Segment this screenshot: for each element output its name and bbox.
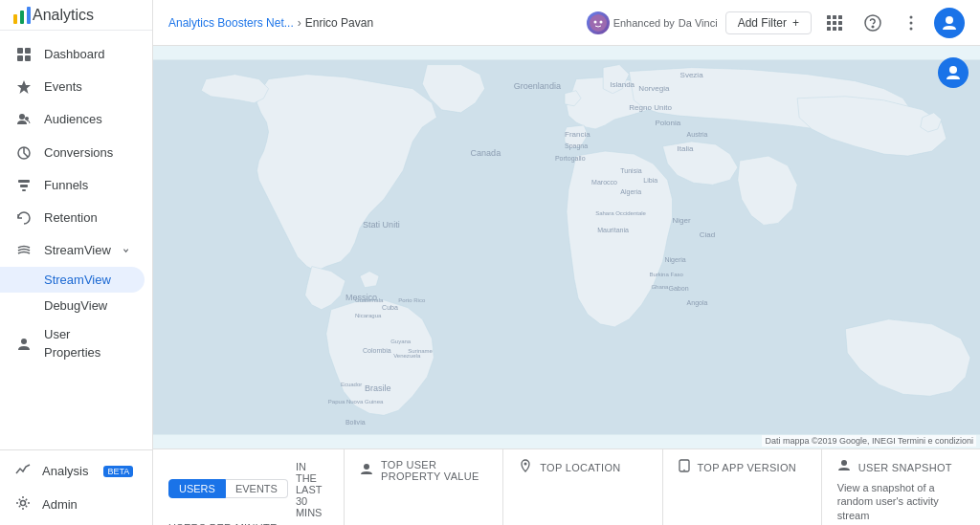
apps-button[interactable] xyxy=(819,8,850,38)
svg-rect-11 xyxy=(18,180,30,183)
sidebar-item-user-properties[interactable]: User Properties xyxy=(0,318,145,368)
top-bar-actions: Add Filter + xyxy=(725,11,812,34)
svg-rect-3 xyxy=(17,48,23,54)
admin-icon xyxy=(15,495,31,514)
user-snapshot-label: USER SNAPSHOT xyxy=(858,462,952,473)
account-icon xyxy=(941,14,958,32)
dashboard-label: Dashboard xyxy=(44,46,105,63)
svg-rect-2 xyxy=(27,7,31,24)
sidebar-item-dashboard[interactable]: Dashboard xyxy=(0,38,145,71)
person-icon xyxy=(360,463,373,479)
conversions-icon xyxy=(15,144,33,162)
analytics-logo xyxy=(11,5,33,26)
world-map: Groenlandia Islanda Svezia Norvegia Regn… xyxy=(153,46,980,448)
help-button[interactable] xyxy=(858,8,888,38)
svg-text:Svezia: Svezia xyxy=(680,71,704,79)
svg-text:Austria: Austria xyxy=(687,131,708,138)
sidebar-item-debugview-sub[interactable]: DebugView xyxy=(0,293,145,318)
users-events-tabs: USERS EVENTS xyxy=(168,479,288,498)
svg-point-31 xyxy=(910,21,913,24)
svg-point-18 xyxy=(599,20,602,23)
account-avatar-button[interactable] xyxy=(934,8,965,38)
user-snapshot-description: View a snapshot of a random user's activ… xyxy=(837,481,965,522)
apps-icon xyxy=(826,14,843,32)
svg-text:Ciad: Ciad xyxy=(700,230,716,239)
top-location-section: TOP LOCATION xyxy=(503,449,662,525)
svg-text:Brasile: Brasile xyxy=(365,383,391,393)
help-icon xyxy=(864,14,881,32)
svg-text:Canada: Canada xyxy=(471,148,502,158)
svg-rect-4 xyxy=(25,48,31,54)
svg-rect-0 xyxy=(13,14,17,24)
svg-rect-26 xyxy=(833,27,836,31)
debugview-sub-label: DebugView xyxy=(44,298,107,313)
svg-point-9 xyxy=(25,117,29,120)
admin-label: Admin xyxy=(42,497,78,512)
breadcrumb-link[interactable]: Analytics Boosters Net... xyxy=(168,16,294,30)
sidebar-header: Analytics xyxy=(0,0,152,31)
location-icon xyxy=(519,459,532,475)
user-properties-label: User Properties xyxy=(44,326,129,361)
sidebar-item-conversions[interactable]: Conversions xyxy=(0,137,145,169)
dashboard-icon xyxy=(15,46,33,63)
users-tab[interactable]: USERS xyxy=(168,479,226,498)
add-filter-label: Add Filter xyxy=(738,16,787,30)
svg-text:Nicaragua: Nicaragua xyxy=(355,313,382,318)
sidebar: Analytics Dashboard Events Audiences Con… xyxy=(0,0,153,525)
retention-label: Retention xyxy=(44,209,98,227)
svg-text:Libia: Libia xyxy=(643,177,657,184)
sidebar-item-streamview-parent[interactable]: StreamView xyxy=(0,234,145,267)
svg-text:Cuba: Cuba xyxy=(382,304,398,311)
analysis-label: Analysis xyxy=(42,464,88,478)
sidebar-item-streamview-sub[interactable]: StreamView xyxy=(0,267,145,293)
breadcrumb-current: Enrico Pavan xyxy=(305,16,373,30)
add-filter-plus-icon: + xyxy=(792,16,799,30)
add-filter-button[interactable]: Add Filter + xyxy=(725,11,812,34)
last-30-mins-label: IN THE LAST 30 MINS xyxy=(296,461,328,518)
svg-point-80 xyxy=(683,470,685,471)
svg-text:Francia: Francia xyxy=(565,130,590,139)
map-credit: Dati mappa ©2019 Google, INEGI Termini e… xyxy=(762,435,976,447)
sidebar-item-funnels[interactable]: Funnels xyxy=(0,169,145,202)
svg-text:Porto Rico: Porto Rico xyxy=(398,297,426,303)
svg-text:Regno Unito: Regno Unito xyxy=(629,103,672,112)
svg-text:Stati Uniti: Stati Uniti xyxy=(363,220,400,230)
svg-text:Bolivia: Bolivia xyxy=(345,419,366,426)
chevron-down-icon xyxy=(122,246,129,255)
svg-point-33 xyxy=(946,16,953,24)
enhanced-badge: Enhanced by Da Vinci xyxy=(587,11,718,34)
svg-rect-1 xyxy=(20,11,24,24)
sidebar-item-events[interactable]: Events xyxy=(0,71,145,103)
svg-text:Ghana: Ghana xyxy=(651,284,669,290)
svg-rect-23 xyxy=(833,21,836,25)
svg-rect-5 xyxy=(17,55,23,61)
svg-text:Gabon: Gabon xyxy=(668,285,688,292)
more-button[interactable] xyxy=(896,8,926,38)
user-location-icon xyxy=(945,64,962,81)
svg-text:Portogallo: Portogallo xyxy=(555,155,586,163)
svg-text:Spagna: Spagna xyxy=(565,142,588,150)
svg-rect-19 xyxy=(827,15,831,19)
streamview-icon xyxy=(15,242,33,259)
user-properties-icon xyxy=(15,336,33,353)
svg-point-17 xyxy=(593,20,596,23)
sidebar-footer: Analysis BETA Admin xyxy=(0,449,152,525)
sidebar-item-analysis[interactable]: Analysis BETA xyxy=(0,454,152,488)
user-icon-circle xyxy=(938,57,969,88)
phone-icon xyxy=(679,459,690,475)
breadcrumb: Analytics Boosters Net... › Enrico Pavan xyxy=(168,16,579,30)
svg-rect-22 xyxy=(827,21,831,25)
sidebar-item-retention[interactable]: Retention xyxy=(0,202,145,234)
events-tab[interactable]: EVENTS xyxy=(226,479,288,498)
enhanced-by-text: Enhanced by xyxy=(613,17,675,29)
sidebar-nav: Dashboard Events Audiences Conversions F… xyxy=(0,31,152,449)
bottom-bar: USERS EVENTS IN THE LAST 30 MINS USERS P… xyxy=(153,448,980,525)
main-content: Analytics Boosters Net... › Enrico Pavan… xyxy=(153,0,980,525)
retention-icon xyxy=(15,209,33,227)
sidebar-item-audiences[interactable]: Audiences xyxy=(0,103,145,136)
svg-text:Groenlandia: Groenlandia xyxy=(514,81,562,91)
users-events-header: USERS EVENTS IN THE LAST 30 MINS xyxy=(168,459,328,518)
sidebar-item-admin[interactable]: Admin xyxy=(0,488,152,521)
svg-text:Guatemala: Guatemala xyxy=(355,297,384,303)
svg-text:Nigeria: Nigeria xyxy=(664,256,685,264)
